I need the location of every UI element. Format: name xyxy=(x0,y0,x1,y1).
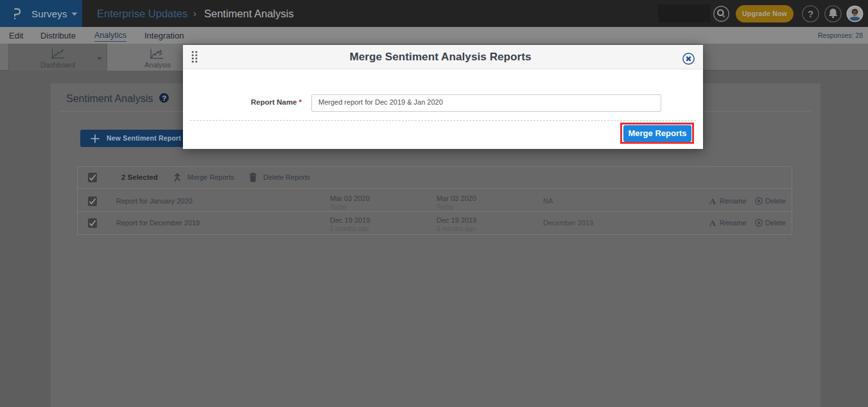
svg-text:?: ? xyxy=(808,8,813,19)
